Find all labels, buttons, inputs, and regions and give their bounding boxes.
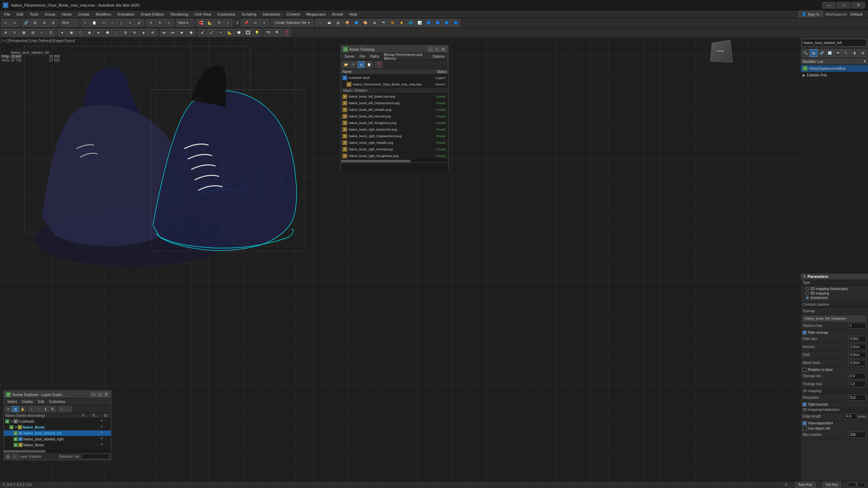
se-close[interactable]: ✕	[103, 392, 109, 397]
maximize-button[interactable]: □	[837, 2, 851, 9]
at-menu-server[interactable]: Server	[342, 54, 357, 59]
tb2-snap8[interactable]: ⊞	[121, 29, 130, 36]
tb2-snap10[interactable]: ◈	[139, 29, 148, 36]
tb2-snap5[interactable]: ◈	[94, 29, 103, 36]
render4-btn[interactable]: ⚡	[397, 19, 406, 27]
tb2-btn4[interactable]: ▤	[29, 29, 37, 36]
layer-action1[interactable]: ⚙	[100, 419, 105, 423]
se-sort-btn[interactable]: ⇅	[49, 406, 56, 412]
lasso-select-button[interactable]: ✏	[126, 19, 135, 27]
rp-display-btn[interactable]: 👁	[834, 49, 842, 57]
tb2-snap11[interactable]: ⊗	[148, 29, 157, 36]
params-header[interactable]: ▼ Parameters	[801, 273, 868, 280]
tree-native-boots-group[interactable]: ● ▼ G Native_Boots ⚙ ↕	[4, 424, 111, 430]
minimize-button[interactable]: —	[822, 2, 836, 9]
tb2-btn5[interactable]: ≈	[38, 29, 46, 36]
group-action2[interactable]: ↕	[105, 425, 109, 429]
layer-btn[interactable]: ▤	[334, 19, 342, 27]
render-btn[interactable]: 🖥	[370, 19, 379, 27]
se-menu-edit[interactable]: Edit	[36, 399, 46, 404]
curve-btn[interactable]: 〰	[316, 19, 324, 27]
render6-btn[interactable]: 📊	[415, 19, 424, 27]
tb2-paint4[interactable]: 📐	[226, 29, 234, 36]
tb2-anim4[interactable]: ⏹	[187, 29, 195, 36]
se-minimize[interactable]: —	[91, 392, 96, 397]
menu-graph-editors[interactable]: Graph Editors	[138, 10, 167, 18]
rp-motion-btn[interactable]: 🔄	[826, 49, 834, 57]
statusbar-setkey-btn[interactable]: Set Key	[822, 482, 841, 488]
tb2-anim1[interactable]: ⏮	[160, 29, 168, 36]
se-add-btn[interactable]: +	[29, 406, 35, 412]
se-selection-set-input[interactable]	[82, 454, 109, 459]
at-metallic-left[interactable]: P Native_boots_left_Metallic.png Found	[341, 107, 448, 113]
create-selection-set-button[interactable]: Create Selection Set ▾	[271, 19, 313, 27]
se-collapse-btn[interactable]: -	[66, 406, 72, 412]
nav-cube[interactable]: Persp	[710, 40, 731, 61]
at-path-input[interactable]	[341, 163, 448, 171]
tree-layer-default[interactable]: ● ▼ L 0 (default) ⚙ ↕	[4, 419, 111, 424]
at-minimize[interactable]: —	[428, 47, 433, 52]
bind-button[interactable]: ⚙	[40, 19, 48, 27]
boot-right-action2[interactable]: ↕	[105, 437, 109, 441]
container-btn[interactable]: 📦	[343, 19, 351, 27]
se-filter-btn[interactable]: ▤	[12, 406, 18, 412]
edge-length-input[interactable]	[845, 413, 857, 420]
render7-btn[interactable]: 🔵	[424, 19, 433, 27]
at-normal-left[interactable]: P Native_boots_left_Normal.png Found	[341, 113, 448, 120]
tb2-paint1[interactable]: 🖌	[198, 29, 207, 36]
radio-2d-mapping[interactable]: 2D mapping (landscape)	[805, 287, 866, 291]
angle-snap-button[interactable]: 📐	[206, 19, 214, 27]
menu-views[interactable]: Views	[59, 10, 74, 18]
tb2-snap6[interactable]: ⬟	[103, 29, 112, 36]
at-input-area[interactable]	[341, 162, 448, 171]
at-btn4[interactable]: 📋	[365, 61, 372, 68]
tree-native-boots-obj[interactable]: ● G Native_Boots ⚙ ↕	[4, 442, 111, 448]
at-menu-options[interactable]: Options	[431, 54, 447, 59]
select-filter-dropdown[interactable]: All ▾	[60, 19, 78, 27]
at-close[interactable]: ✕	[440, 47, 446, 52]
tb2-paint5[interactable]: 🔲	[235, 29, 243, 36]
menu-file[interactable]: File	[1, 10, 13, 18]
tb2-view3[interactable]: ❓	[282, 29, 291, 36]
statusbar-time-field[interactable]: 0	[848, 482, 865, 487]
rotate-button[interactable]: ↻	[156, 19, 164, 27]
menu-edit[interactable]: Edit	[14, 10, 26, 18]
rp-add-btn[interactable]: ⊞	[859, 49, 867, 57]
at-base-color-left[interactable]: P Native_boots_left_BaseColor.png Found	[341, 93, 448, 100]
close-button[interactable]: ✕	[851, 2, 865, 9]
menu-help[interactable]: Help	[347, 10, 360, 18]
layer-action2[interactable]: ↕	[105, 419, 109, 423]
texmap-max-input[interactable]	[849, 381, 866, 387]
boot-left-action2[interactable]: ↕	[105, 431, 109, 435]
boots-obj-action1[interactable]: ⚙	[100, 443, 105, 447]
unibind-button[interactable]: ⚙	[49, 19, 57, 27]
menu-tools[interactable]: Tools	[27, 10, 41, 18]
radio-subdivision[interactable]: Subdivision	[805, 296, 866, 300]
use-object-mtl-row[interactable]: Use object mtl	[801, 426, 868, 431]
render9-btn[interactable]: 🔵	[443, 19, 451, 27]
radio-3d-mapping[interactable]: 3D mapping	[805, 291, 866, 295]
snap-button[interactable]: 🧲	[197, 19, 205, 27]
at-menu-file[interactable]: File	[357, 54, 367, 59]
align-btn[interactable]: ≡	[260, 19, 268, 27]
menu-megascans[interactable]: Megascans	[303, 10, 328, 18]
modifier-editable-poly[interactable]: ▶ Editable Poly	[801, 72, 868, 78]
spinner-snap-button[interactable]: ↕	[224, 19, 232, 27]
at-btn3[interactable]: ▤	[358, 61, 365, 68]
texmap-button[interactable]: (Native_boots_left_Displacem	[803, 316, 866, 321]
tb2-paint7[interactable]: 💡	[253, 29, 261, 36]
tb2-snap2[interactable]: ▣	[67, 29, 75, 36]
max-subdivs-input[interactable]	[849, 432, 866, 438]
se-up-btn[interactable]: ↑	[35, 406, 42, 412]
move-button[interactable]: ✛	[147, 19, 155, 27]
tb2-snap7[interactable]: ◌	[112, 29, 121, 36]
statusbar-addtime-btn[interactable]: ⏱	[785, 483, 788, 487]
se-maximize[interactable]: □	[97, 392, 103, 397]
at-vault-item[interactable]: V Autodesk Vault Logged	[341, 75, 448, 81]
menu-interactive[interactable]: Interactive	[260, 10, 283, 18]
rp-del-btn[interactable]: 🗑	[851, 49, 859, 57]
se-menu-display[interactable]: Display	[20, 399, 35, 404]
filter-blur-input[interactable]	[849, 336, 866, 342]
texture-chan-input[interactable]	[849, 323, 866, 329]
tb2-anim3[interactable]: ▶	[178, 29, 186, 36]
